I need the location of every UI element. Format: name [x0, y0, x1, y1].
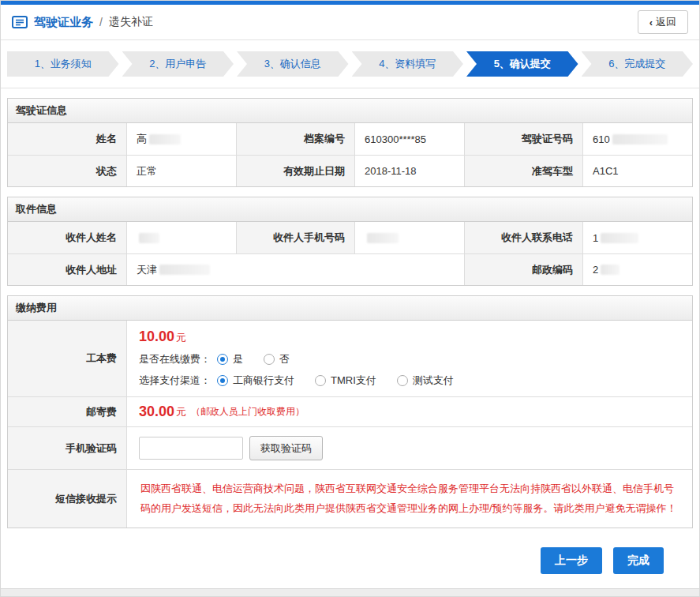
radio-online-yes-label: 是: [233, 352, 243, 366]
radio-icon: [217, 375, 228, 386]
page-title: 驾驶证业务: [34, 15, 93, 30]
radio-channel-icbc-label: 工商银行支付: [233, 374, 294, 388]
file-number-value: 610300****85: [354, 123, 464, 155]
finish-button[interactable]: 完成: [613, 547, 664, 574]
radio-icon: [315, 375, 326, 386]
production-cost-label: 工本费: [8, 321, 126, 396]
license-info-section: 驾驶证信息 姓名 高 档案编号 610300****85 驾驶证号码 610 状…: [7, 98, 693, 187]
step-nav: 1、业务须知 2、用户申告 3、确认信息 4、资料填写 5、确认提交 6、完成提…: [1, 40, 699, 88]
postage-label: 邮寄费: [8, 396, 126, 426]
page: 驾驶证业务 / 遗失补证 ‹ 返回 1、业务须知 2、用户申告 3、确认信息 4…: [0, 0, 700, 597]
recipient-address-label: 收件人地址: [8, 253, 126, 285]
radio-online-yes[interactable]: 是: [217, 352, 243, 366]
sms-notice-text: 因陕西省联通、电信运营商技术问题，陕西省互联网交通安全综合服务管理平台无法向持陕…: [139, 476, 680, 521]
recipient-mobile-label: 收件人手机号码: [236, 222, 354, 253]
postage-note: （邮政人员上门收取费用）: [191, 405, 305, 419]
vehicle-class-label: 准驾车型: [464, 155, 582, 186]
vehicle-class-value: A1C1: [582, 155, 692, 186]
previous-step-button[interactable]: 上一步: [541, 547, 602, 574]
recipient-phone-value: 1: [582, 222, 692, 253]
fees-table: 工本费 10.00元 是否在线缴费： 是 否 选: [8, 321, 692, 528]
form-actions: 上一步 完成: [1, 528, 699, 574]
sms-notice-label: 短信接收提示: [8, 469, 126, 528]
breadcrumb-current: 遗失补证: [109, 15, 153, 29]
step-3-confirm-info[interactable]: 3、确认信息: [237, 51, 349, 77]
pickup-info-section: 取件信息 收件人姓名 收件人手机号码 收件人联系电话 1 收件人地址 天津 邮政…: [7, 197, 693, 286]
redacted-value: [149, 134, 181, 145]
radio-icon: [397, 375, 408, 386]
redacted-value: [367, 233, 399, 243]
step-5-confirm-submit[interactable]: 5、确认提交: [466, 51, 578, 77]
step-1-business-notice[interactable]: 1、业务须知: [7, 51, 119, 77]
sms-code-label: 手机验证码: [8, 426, 126, 469]
redacted-value: [612, 134, 668, 145]
recipient-phone-label: 收件人联系电话: [464, 222, 582, 253]
pickup-info-table: 收件人姓名 收件人手机号码 收件人联系电话 1 收件人地址 天津 邮政编码 2: [8, 222, 692, 285]
license-number-value: 610: [582, 123, 692, 155]
recipient-mobile-value: [354, 222, 464, 253]
radio-channel-tmri[interactable]: TMRI支付: [315, 374, 376, 388]
breadcrumb-separator: /: [99, 16, 103, 28]
back-chevron-icon: ‹: [649, 17, 653, 28]
sms-code-input[interactable]: [139, 437, 243, 460]
license-number-label: 驾驶证号码: [464, 123, 582, 155]
pickup-info-section-title: 取件信息: [8, 197, 692, 222]
fees-section: 缴纳费用 工本费 10.00元 是否在线缴费： 是 否: [7, 295, 693, 528]
expiry-value: 2018-11-18: [354, 155, 464, 186]
back-button-label: 返回: [656, 15, 676, 29]
license-business-icon: [12, 16, 28, 28]
name-value: 高: [126, 123, 236, 155]
status-value: 正常: [126, 155, 236, 186]
zip-code-value: 2: [582, 253, 692, 285]
redacted-value: [139, 233, 159, 243]
radio-channel-icbc[interactable]: 工商银行支付: [217, 374, 294, 388]
production-cost-content: 10.00元 是否在线缴费： 是 否 选择支付渠道：: [126, 321, 692, 396]
footer-bar: [1, 588, 699, 596]
step-4-fill-materials[interactable]: 4、资料填写: [352, 51, 464, 77]
postage-content: 30.00元 （邮政人员上门收取费用）: [126, 396, 692, 426]
payment-channel-question: 选择支付渠道：: [139, 374, 211, 388]
zip-code-label: 邮政编码: [464, 253, 582, 285]
radio-channel-tmri-label: TMRI支付: [331, 374, 376, 388]
breadcrumb: 驾驶证业务 / 遗失补证: [12, 15, 153, 30]
name-label: 姓名: [8, 123, 126, 155]
sms-code-row: 获取验证码: [139, 434, 680, 463]
sms-notice-content: 因陕西省联通、电信运营商技术问题，陕西省互联网交通安全综合服务管理平台无法向持陕…: [126, 469, 692, 528]
expiry-label: 有效期止日期: [236, 155, 354, 186]
file-number-label: 档案编号: [236, 123, 354, 155]
radio-channel-test[interactable]: 测试支付: [397, 374, 454, 388]
radio-online-no[interactable]: 否: [264, 352, 290, 366]
radio-icon: [264, 354, 275, 365]
status-label: 状态: [8, 155, 126, 186]
production-cost-amount: 10.00元: [139, 329, 680, 345]
fees-section-title: 缴纳费用: [8, 296, 692, 321]
redacted-value: [601, 265, 620, 275]
radio-icon: [217, 354, 228, 365]
redacted-value: [159, 265, 210, 275]
recipient-name-label: 收件人姓名: [8, 222, 126, 253]
step-6-complete-submit[interactable]: 6、完成提交: [582, 51, 694, 77]
radio-channel-test-label: 测试支付: [413, 374, 454, 388]
get-code-button[interactable]: 获取验证码: [249, 436, 323, 460]
license-info-table: 姓名 高 档案编号 610300****85 驾驶证号码 610 状态 正常 有…: [8, 123, 692, 186]
header: 驾驶证业务 / 遗失补证 ‹ 返回: [1, 5, 699, 40]
step-2-user-declaration[interactable]: 2、用户申告: [122, 51, 234, 77]
back-button[interactable]: ‹ 返回: [638, 10, 688, 34]
payment-channel-row: 选择支付渠道： 工商银行支付 TMRI支付 测试支付: [139, 374, 680, 388]
sms-code-content: 获取验证码: [126, 426, 692, 469]
recipient-name-value: [126, 222, 236, 253]
radio-online-no-label: 否: [279, 352, 290, 366]
license-info-section-title: 驾驶证信息: [8, 99, 692, 123]
redacted-value: [601, 233, 638, 243]
online-payment-question: 是否在线缴费：: [139, 352, 211, 366]
online-payment-row: 是否在线缴费： 是 否: [139, 352, 680, 366]
recipient-address-value: 天津: [126, 253, 464, 285]
